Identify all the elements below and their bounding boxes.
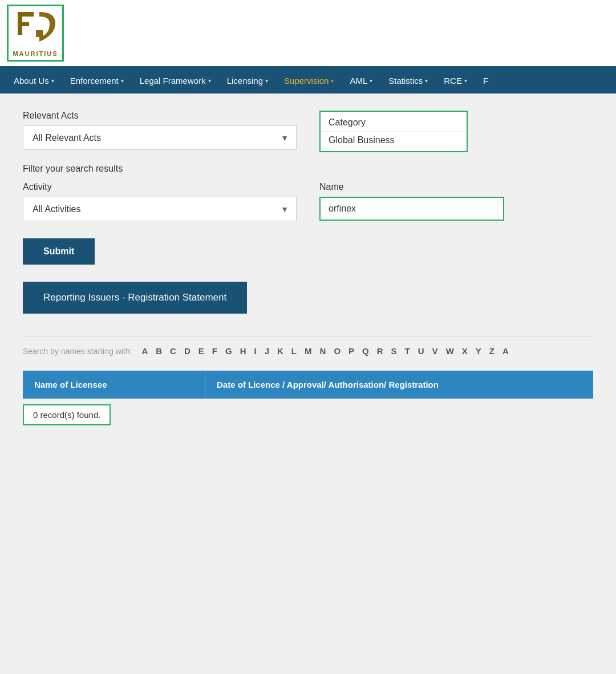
col-date: Date of Licence / Approval/ Authorisatio… (205, 371, 593, 399)
alpha-X[interactable]: X (459, 345, 471, 357)
name-label: Name (319, 182, 593, 192)
dropdown-arrow-icon: ▾ (425, 78, 428, 84)
table-header: Name of Licensee Date of Licence / Appro… (23, 371, 593, 399)
dropdown-arrow-icon: ▾ (331, 78, 334, 84)
report-btn[interactable]: Reporting Issuers - Registration Stateme… (23, 282, 247, 314)
name-col: Name (319, 182, 593, 221)
alpha-I[interactable]: I (252, 345, 260, 357)
activity-col: Activity All Activities ▼ (23, 182, 297, 221)
dropdown-arrow-icon: ▾ (464, 78, 467, 84)
dropdown-arrow-icon: ▾ (208, 78, 211, 84)
dropdown-arrow-icon: ▾ (121, 78, 124, 84)
alpha-N[interactable]: N (317, 345, 329, 357)
svg-rect-3 (18, 22, 29, 26)
logo-text: MAURITIUS (13, 50, 58, 57)
category-col: Category Global Business (319, 111, 593, 152)
alpha-label: Search by names starting with: (23, 347, 132, 356)
nav-supervision[interactable]: Supervision ▾ (276, 68, 342, 94)
alpha-Q[interactable]: Q (359, 345, 372, 357)
alpha-A2[interactable]: A (500, 345, 512, 357)
alpha-Z[interactable]: Z (487, 345, 497, 357)
alpha-T[interactable]: T (402, 345, 413, 357)
activity-select[interactable]: All Activities (23, 197, 297, 221)
relevant-acts-label: Relevant Acts (23, 111, 297, 121)
nav-legal-framework[interactable]: Legal Framework ▾ (132, 68, 219, 94)
alpha-V[interactable]: V (429, 345, 441, 357)
nav-about-us[interactable]: About Us ▾ (6, 68, 62, 94)
alpha-A[interactable]: A (139, 345, 151, 357)
category-box: Category Global Business (319, 111, 468, 152)
alpha-R[interactable]: R (374, 345, 386, 357)
alpha-J[interactable]: J (262, 345, 272, 357)
alpha-M[interactable]: M (302, 345, 315, 357)
logo-icon (15, 10, 55, 49)
alpha-D[interactable]: D (181, 345, 193, 357)
alpha-P[interactable]: P (346, 345, 357, 357)
alpha-H[interactable]: H (237, 345, 249, 357)
alpha-O[interactable]: O (331, 345, 343, 357)
name-input-wrapper (319, 197, 504, 221)
dropdown-arrow-icon: ▾ (265, 78, 268, 84)
nav-enforcement[interactable]: Enforcement ▾ (62, 68, 132, 94)
nav-licensing[interactable]: Licensing ▾ (219, 68, 276, 94)
relevant-acts-col: Relevant Acts All Relevant Acts ▼ (23, 111, 297, 152)
dropdown-arrow-icon: ▾ (51, 78, 54, 84)
alpha-G[interactable]: G (222, 345, 235, 357)
alpha-W[interactable]: W (443, 345, 457, 357)
search-form: Relevant Acts All Relevant Acts ▼ Catego… (23, 111, 593, 314)
relevant-acts-wrapper: All Relevant Acts ▼ (23, 125, 297, 150)
svg-rect-2 (18, 12, 34, 17)
alpha-C[interactable]: C (167, 345, 179, 357)
alpha-K[interactable]: K (274, 345, 286, 357)
dropdown-arrow-icon: ▾ (370, 78, 372, 84)
category-value: Global Business (321, 131, 467, 151)
alpha-L[interactable]: L (289, 345, 299, 357)
col-licensee: Name of Licensee (23, 371, 205, 399)
row-acts-category: Relevant Acts All Relevant Acts ▼ Catego… (23, 111, 593, 152)
nav-statistics[interactable]: Statistics ▾ (380, 68, 436, 94)
activity-label: Activity (23, 182, 297, 192)
category-label: Category (321, 112, 467, 131)
logo-box: MAURITIUS (7, 5, 64, 62)
records-found-badge: 0 record(s) found. (23, 404, 111, 425)
submit-button[interactable]: Submit (23, 238, 95, 265)
svg-rect-4 (36, 30, 43, 37)
alpha-S[interactable]: S (388, 345, 400, 357)
name-input[interactable] (321, 198, 503, 220)
alpha-F[interactable]: F (209, 345, 220, 357)
nav-f[interactable]: F (475, 68, 496, 94)
filter-label: Filter your search results (23, 164, 593, 174)
alpha-search: Search by names starting with: A B C D E… (23, 336, 593, 365)
relevant-acts-select[interactable]: All Relevant Acts (23, 125, 297, 150)
alpha-U[interactable]: U (415, 345, 427, 357)
alpha-B[interactable]: B (153, 345, 165, 357)
nav-aml[interactable]: AML ▾ (342, 68, 380, 94)
alpha-E[interactable]: E (196, 345, 207, 357)
activity-wrapper: All Activities ▼ (23, 197, 297, 221)
header: MAURITIUS (0, 0, 616, 68)
nav-rce[interactable]: RCE ▾ (436, 68, 475, 94)
main-nav: About Us ▾ Enforcement ▾ Legal Framework… (0, 68, 616, 94)
main-content: Relevant Acts All Relevant Acts ▼ Catego… (0, 94, 616, 493)
results-section: Name of Licensee Date of Licence / Appro… (23, 371, 593, 425)
logo-inner: MAURITIUS (13, 10, 58, 57)
alpha-Y[interactable]: Y (473, 345, 484, 357)
row-activity-name: Activity All Activities ▼ Name (23, 182, 593, 221)
